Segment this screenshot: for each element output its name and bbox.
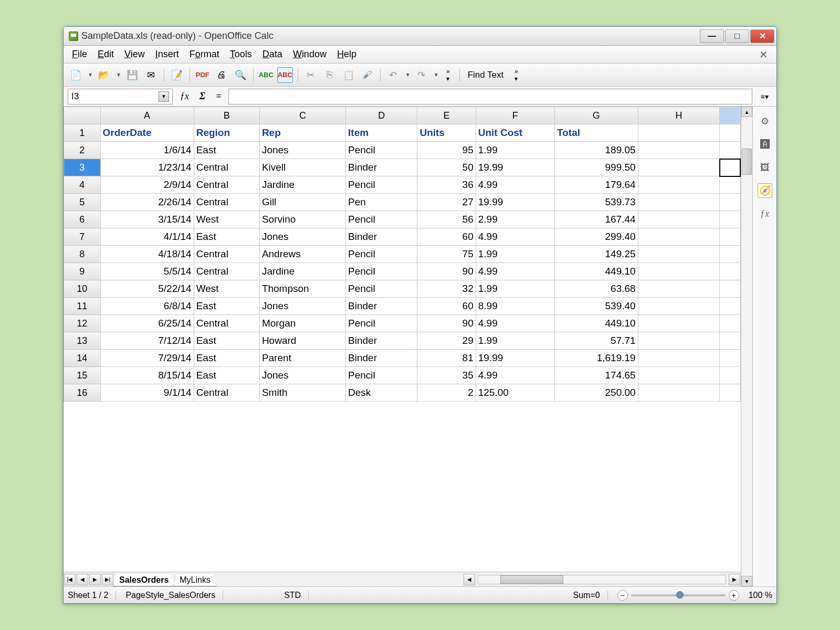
cell-F3[interactable]: 19.99 xyxy=(476,159,554,176)
status-sum[interactable]: Sum=0 xyxy=(573,591,607,600)
cell-H3[interactable] xyxy=(638,159,720,176)
undo-dropdown-icon[interactable]: ▼ xyxy=(405,72,411,78)
cell-G3[interactable]: 999.50 xyxy=(555,159,638,176)
cell-E6[interactable]: 56 xyxy=(417,211,476,228)
menubar-close-icon[interactable]: ✕ xyxy=(754,46,773,63)
find-text-label[interactable]: Find Text xyxy=(465,69,507,81)
cell-C3[interactable]: Kivell xyxy=(259,159,345,176)
cut-icon[interactable]: ✂ xyxy=(303,67,319,83)
new-dropdown-icon[interactable]: ▼ xyxy=(88,72,93,78)
cell-C1[interactable]: Rep xyxy=(259,124,345,142)
cell-I14[interactable] xyxy=(720,350,740,367)
cell-H7[interactable] xyxy=(638,228,720,246)
row-header-5[interactable]: 5 xyxy=(64,194,101,211)
cell-E15[interactable]: 35 xyxy=(417,367,476,384)
menu-edit[interactable]: Edit xyxy=(92,47,119,62)
menu-insert[interactable]: Insert xyxy=(150,47,184,62)
zoom-in-button[interactable]: + xyxy=(729,590,739,601)
cell-I11[interactable] xyxy=(720,298,740,315)
cell-E3[interactable]: 50 xyxy=(417,159,476,176)
cell-G5[interactable]: 539.73 xyxy=(555,194,638,211)
cell-A2[interactable]: 1/6/14 xyxy=(100,142,194,159)
sheet-tab-salesorders[interactable]: SalesOrders xyxy=(113,574,174,586)
cell-E8[interactable]: 75 xyxy=(417,246,476,263)
redo-dropdown-icon[interactable]: ▼ xyxy=(434,72,439,78)
toolbar-overflow-button[interactable]: »▾ xyxy=(442,67,455,83)
formula-bar-options-icon[interactable]: ≡▾ xyxy=(757,89,772,104)
row-header-2[interactable]: 2 xyxy=(64,142,101,159)
row-header-15[interactable]: 15 xyxy=(64,367,101,384)
name-box-dropdown-icon[interactable]: ▼ xyxy=(159,91,169,102)
styles-icon[interactable]: 🅰 xyxy=(758,137,772,152)
zoom-slider-thumb[interactable] xyxy=(676,591,684,598)
menu-tools[interactable]: Tools xyxy=(225,47,257,62)
cell-B7[interactable]: East xyxy=(194,228,259,246)
cell-I16[interactable] xyxy=(720,384,740,402)
cell-F15[interactable]: 4.99 xyxy=(476,367,554,384)
edit-document-icon[interactable]: 📝 xyxy=(169,67,185,83)
zoom-out-button[interactable]: − xyxy=(617,590,628,601)
cell-G6[interactable]: 167.44 xyxy=(555,211,638,228)
cell-I12[interactable] xyxy=(720,315,740,332)
tab-nav-last-icon[interactable]: ▶| xyxy=(102,574,113,585)
vscroll-track[interactable] xyxy=(741,117,752,576)
cell-C13[interactable]: Howard xyxy=(259,332,345,350)
cell-I7[interactable] xyxy=(720,228,740,246)
cell-B13[interactable]: East xyxy=(194,332,259,350)
cell-G12[interactable]: 449.10 xyxy=(555,315,638,332)
cell-D8[interactable]: Pencil xyxy=(346,246,417,263)
cell-I5[interactable] xyxy=(720,194,740,211)
paste-icon[interactable]: 📋 xyxy=(341,67,356,83)
cell-E14[interactable]: 81 xyxy=(417,350,476,367)
maximize-button[interactable]: □ xyxy=(725,29,749,43)
cell-A8[interactable]: 4/18/14 xyxy=(100,246,194,263)
cell-D12[interactable]: Pencil xyxy=(346,315,417,332)
cell-B14[interactable]: East xyxy=(194,350,259,367)
cell-I6[interactable] xyxy=(720,211,740,228)
cell-I8[interactable] xyxy=(720,246,740,263)
column-header-F[interactable]: F xyxy=(476,107,554,124)
cell-C14[interactable]: Parent xyxy=(259,350,345,367)
hscroll-right-icon[interactable]: ▶ xyxy=(729,574,740,585)
cell-A1[interactable]: OrderDate xyxy=(100,124,194,142)
cell-H10[interactable] xyxy=(638,280,720,298)
status-sheet[interactable]: Sheet 1 / 2 xyxy=(68,591,116,600)
cell-D10[interactable]: Pencil xyxy=(346,280,417,298)
cell-H14[interactable] xyxy=(638,350,720,367)
cell-I3[interactable] xyxy=(720,159,740,176)
cell-A10[interactable]: 5/22/14 xyxy=(100,280,194,298)
column-header-D[interactable]: D xyxy=(346,107,417,124)
menu-file[interactable]: File xyxy=(67,47,92,62)
cell-G2[interactable]: 189.05 xyxy=(555,142,638,159)
cell-H4[interactable] xyxy=(638,176,720,194)
cell-G9[interactable]: 449.10 xyxy=(555,263,638,280)
cell-C10[interactable]: Thompson xyxy=(259,280,345,298)
spreadsheet-grid[interactable]: ABCDEFGH1OrderDateRegionRepItemUnitsUnit… xyxy=(64,107,741,572)
cell-B16[interactable]: Central xyxy=(194,384,259,402)
column-header-A[interactable]: A xyxy=(100,107,194,124)
cell-C12[interactable]: Morgan xyxy=(259,315,345,332)
cell-I9[interactable] xyxy=(720,263,740,280)
cell-C6[interactable]: Sorvino xyxy=(259,211,345,228)
cell-F9[interactable]: 4.99 xyxy=(476,263,554,280)
cell-A16[interactable]: 9/1/14 xyxy=(100,384,194,402)
cell-F11[interactable]: 8.99 xyxy=(476,298,554,315)
column-header-I[interactable] xyxy=(720,107,740,124)
menu-window[interactable]: Window xyxy=(288,47,332,62)
vscroll-up-icon[interactable]: ▲ xyxy=(741,107,752,117)
gallery-icon[interactable]: 🖼 xyxy=(758,160,772,175)
cell-C11[interactable]: Jones xyxy=(259,298,345,315)
row-header-16[interactable]: 16 xyxy=(64,384,101,402)
cell-D4[interactable]: Pencil xyxy=(346,176,417,194)
cell-D6[interactable]: Pencil xyxy=(346,211,417,228)
cell-A4[interactable]: 2/9/14 xyxy=(100,176,194,194)
status-insert-mode[interactable]: STD xyxy=(284,591,309,600)
spellcheck-icon[interactable]: ABC xyxy=(258,67,274,83)
column-header-G[interactable]: G xyxy=(555,107,638,124)
cell-B9[interactable]: Central xyxy=(194,263,259,280)
find-overflow-button[interactable]: »▾ xyxy=(510,67,522,83)
menu-help[interactable]: Help xyxy=(332,47,362,62)
cell-A14[interactable]: 7/29/14 xyxy=(100,350,194,367)
cell-H2[interactable] xyxy=(638,142,720,159)
cell-C5[interactable]: Gill xyxy=(259,194,345,211)
